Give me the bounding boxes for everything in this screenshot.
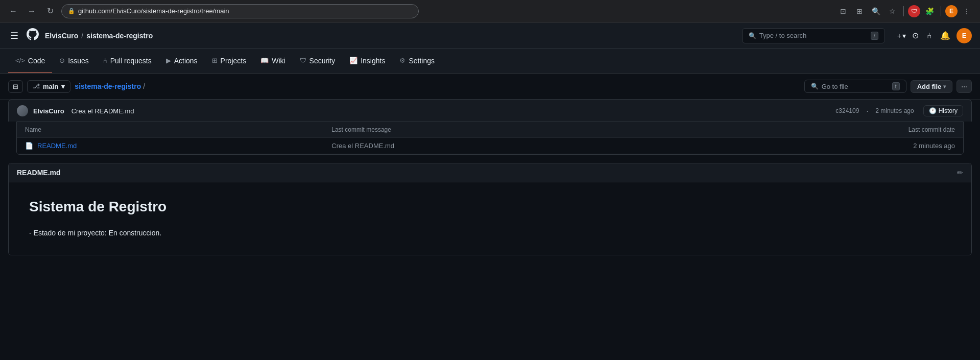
readme-heading: Sistema de Registro — [29, 199, 951, 219]
code-icon: </> — [15, 57, 25, 64]
search-placeholder-text: Type / to search — [759, 32, 807, 39]
browser-refresh-button[interactable]: ↻ — [43, 4, 57, 18]
browser-address-bar[interactable]: 🔒 github.com/ElvisCuro/sistema-de-regist… — [61, 4, 419, 18]
github-search-box[interactable]: 🔍 Type / to search / — [742, 28, 885, 43]
browser-shield-badge: 🛡 — [908, 5, 920, 17]
browser-forward-button[interactable]: → — [25, 4, 39, 18]
go-to-file-search-icon: 🔍 — [811, 83, 819, 90]
file-name-link[interactable]: README.md — [37, 142, 77, 150]
browser-user-avatar[interactable]: E — [945, 5, 958, 17]
go-to-file-shortcut: t — [892, 82, 900, 90]
file-table-body: 📄 README.md Crea el README.md 2 minutes … — [17, 138, 963, 154]
github-issues-button[interactable]: ⊙ — [910, 29, 921, 42]
column-name: Name — [17, 122, 323, 138]
browser-back-button[interactable]: ← — [6, 4, 20, 18]
file-commit-date: 2 minutes ago — [679, 138, 963, 154]
commit-message-text: Crea el README.md — [71, 107, 134, 115]
github-new-button[interactable]: + ▾ — [897, 32, 906, 40]
nav-item-code-label: Code — [28, 57, 45, 65]
nav-item-code[interactable]: </> Code — [8, 49, 52, 74]
add-file-button[interactable]: Add file ▾ — [911, 80, 953, 93]
more-options-icon: ··· — [961, 82, 967, 90]
panel-toggle-button[interactable]: ⊟ — [8, 80, 23, 93]
browser-extensions-button[interactable]: 🧩 — [922, 4, 937, 18]
plus-icon: + — [897, 32, 901, 40]
panel-toggle-icon: ⊟ — [13, 83, 18, 90]
nav-item-wiki[interactable]: 📖 Wiki — [253, 49, 292, 74]
add-file-dropdown-arrow: ▾ — [943, 84, 946, 89]
nav-item-actions-label: Actions — [174, 57, 198, 65]
github-pr-button[interactable]: ⑃ — [925, 29, 934, 42]
edit-icon: ✏ — [957, 169, 963, 177]
nav-item-actions[interactable]: ▶ Actions — [159, 49, 205, 74]
browser-search-button[interactable]: 🔍 — [869, 4, 883, 18]
browser-action-icons: ⊡ ⊞ 🔍 ☆ 🛡 🧩 E ⋮ — [836, 4, 974, 18]
github-logo[interactable] — [27, 28, 39, 43]
nav-item-settings-label: Settings — [409, 57, 435, 65]
browser-translate-button[interactable]: ⊞ — [852, 4, 867, 18]
add-file-label: Add file — [917, 83, 942, 90]
search-slash-key: / — [871, 32, 878, 40]
browser-zoom-button[interactable]: ⊡ — [836, 4, 850, 18]
hamburger-button[interactable]: ☰ — [8, 28, 20, 43]
browser-bookmark-button[interactable]: ☆ — [885, 4, 899, 18]
breadcrumb-repo[interactable]: sistema-de-registro — [86, 32, 153, 40]
plus-dropdown-arrow: ▾ — [902, 32, 906, 40]
readme-section: README.md ✏ Sistema de Registro - Estado… — [8, 163, 972, 255]
history-button[interactable]: 🕐 History — [923, 105, 963, 116]
breadcrumb-separator: / — [81, 32, 83, 40]
github-header-left: ☰ ElvisCuro / sistema-de-registro — [8, 28, 736, 43]
projects-icon: ⊞ — [212, 57, 218, 64]
commit-separator: · — [866, 107, 868, 115]
browser-chrome: ← → ↻ 🔒 github.com/ElvisCuro/sistema-de-… — [0, 0, 980, 22]
address-url: github.com/ElvisCuro/sistema-de-registro… — [78, 7, 229, 15]
readme-body-text: - Estado de mi proyecto: En construccion… — [29, 227, 951, 238]
nav-item-pull-requests[interactable]: ⑃ Pull requests — [96, 49, 159, 74]
history-icon: 🕐 — [929, 107, 937, 114]
file-breadcrumb-path: sistema-de-registro / — [75, 82, 800, 90]
security-icon: 🛡 — [300, 57, 306, 64]
branch-selector-button[interactable]: ⎇ main ▾ — [27, 80, 70, 93]
file-name-cell: 📄 README.md — [17, 138, 323, 154]
file-icon: 📄 — [25, 142, 33, 150]
commit-info-row: ElvisCuro Crea el README.md c324109 · 2 … — [8, 100, 972, 122]
commit-author-name[interactable]: ElvisCuro — [33, 107, 64, 115]
github-header: ☰ ElvisCuro / sistema-de-registro 🔍 Type… — [0, 22, 980, 49]
nav-item-security[interactable]: 🛡 Security — [293, 49, 343, 74]
branch-icon: ⎇ — [33, 83, 40, 90]
github-user-avatar[interactable]: E — [957, 28, 972, 43]
more-options-button[interactable]: ··· — [957, 80, 972, 93]
github-breadcrumb: ElvisCuro / sistema-de-registro — [45, 32, 153, 40]
repo-navigation: </> Code ⊙ Issues ⑃ Pull requests ▶ Acti… — [0, 49, 980, 74]
nav-item-pr-label: Pull requests — [110, 57, 152, 65]
nav-item-settings[interactable]: ⚙ Settings — [392, 49, 442, 74]
go-to-file-button[interactable]: 🔍 Go to file t — [804, 80, 906, 93]
github-notifications-button[interactable]: 🔔 — [938, 29, 952, 42]
wiki-icon: 📖 — [260, 57, 269, 64]
readme-edit-button[interactable]: ✏ — [957, 169, 963, 177]
readme-header: README.md ✏ — [9, 163, 971, 182]
commit-hash[interactable]: c324109 — [835, 107, 859, 114]
breadcrumb-user-link[interactable]: ElvisCuro — [45, 32, 78, 40]
column-commit-date: Last commit date — [679, 122, 963, 138]
column-commit-message: Last commit message — [323, 122, 679, 138]
breadcrumb-repo-link[interactable]: sistema-de-registro — [75, 82, 141, 90]
table-row: 📄 README.md Crea el README.md 2 minutes … — [17, 138, 963, 154]
browser-menu-button[interactable]: ⋮ — [960, 4, 974, 18]
file-table-container: Name Last commit message Last commit dat… — [16, 122, 964, 155]
nav-item-insights[interactable]: 📈 Insights — [342, 49, 392, 74]
commit-author-avatar — [17, 105, 28, 116]
settings-icon: ⚙ — [399, 57, 405, 64]
address-lock-icon: 🔒 — [68, 8, 75, 14]
nav-item-issues[interactable]: ⊙ Issues — [52, 49, 95, 74]
nav-item-projects[interactable]: ⊞ Projects — [205, 49, 254, 74]
file-toolbar: ⊟ ⎇ main ▾ sistema-de-registro / 🔍 Go to… — [0, 74, 980, 100]
go-to-file-placeholder: Go to file — [822, 83, 889, 90]
actions-icon: ▶ — [166, 57, 171, 64]
breadcrumb-path-sep: / — [143, 82, 145, 90]
insights-icon: 📈 — [349, 57, 357, 64]
github-header-actions: + ▾ ⊙ ⑃ 🔔 E — [897, 28, 972, 43]
user-initial: E — [962, 32, 967, 39]
nav-item-insights-label: Insights — [361, 57, 385, 65]
nav-item-projects-label: Projects — [221, 57, 247, 65]
